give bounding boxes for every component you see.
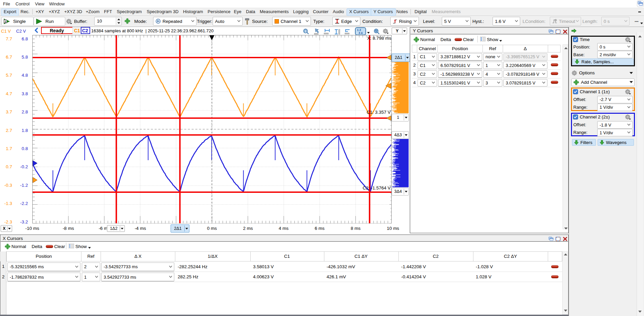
svg-text:C1: 3.357 V: C1: 3.357 V [367, 110, 391, 115]
svg-text:C2: -1.5764 V: C2: -1.5764 V [363, 185, 391, 190]
svg-text:X: 8.798 ms: X: 8.798 ms [367, 36, 391, 41]
svg-text:1: 1 [4, 20, 6, 23]
svg-text:1: 1 [305, 30, 306, 33]
